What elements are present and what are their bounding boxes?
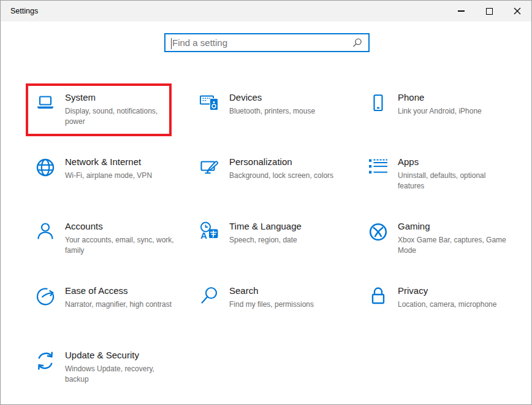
category-desc: Xbox Game Bar, captures, Game Mode bbox=[398, 235, 512, 255]
category-title: Time & Language bbox=[229, 220, 302, 233]
sync-arrows-icon bbox=[34, 350, 56, 372]
phone-icon bbox=[367, 92, 389, 114]
settings-category-search[interactable]: SearchFind my files, permissions bbox=[191, 278, 345, 334]
category-desc: Windows Update, recovery, backup bbox=[65, 364, 179, 384]
category-desc: Speech, region, date bbox=[229, 235, 302, 245]
category-desc: Background, lock screen, colors bbox=[229, 171, 333, 181]
xbox-icon bbox=[367, 221, 389, 243]
category-desc: Uninstall, defaults, optional features bbox=[398, 171, 512, 191]
category-title: Accounts bbox=[65, 220, 179, 233]
settings-category-phone[interactable]: PhoneLink your Android, iPhone bbox=[359, 85, 514, 141]
globe-icon bbox=[34, 156, 56, 179]
category-title: Search bbox=[229, 285, 314, 297]
svg-text:A: A bbox=[200, 230, 207, 241]
category-text: PersonalizationBackground, lock screen, … bbox=[229, 156, 333, 181]
category-desc: Wi-Fi, airplane mode, VPN bbox=[65, 171, 152, 181]
category-text: GamingXbox Game Bar, captures, Game Mode bbox=[398, 220, 512, 255]
category-desc: Your accounts, email, sync, work, family bbox=[65, 235, 179, 255]
padlock-icon bbox=[367, 285, 389, 307]
settings-category-apps[interactable]: AppsUninstall, defaults, optional featur… bbox=[359, 149, 514, 206]
settings-grid: SystemDisplay, sound, notifications, pow… bbox=[1, 1, 531, 404]
settings-category-privacy[interactable]: PrivacyLocation, camera, microphone bbox=[359, 278, 514, 334]
category-text: PrivacyLocation, camera, microphone bbox=[398, 285, 496, 310]
category-desc: Location, camera, microphone bbox=[398, 299, 496, 310]
settings-category-update-security[interactable]: Update & SecurityWindows Update, recover… bbox=[26, 342, 181, 399]
ease-of-access-icon bbox=[34, 285, 56, 307]
category-title: System bbox=[65, 91, 179, 104]
category-desc: Narrator, magnifier, high contrast bbox=[65, 299, 172, 310]
laptop-icon bbox=[34, 92, 56, 114]
category-text: SystemDisplay, sound, notifications, pow… bbox=[65, 91, 179, 126]
category-title: Devices bbox=[229, 91, 315, 104]
settings-category-personalization[interactable]: PersonalizationBackground, lock screen, … bbox=[191, 149, 345, 206]
settings-category-devices[interactable]: DevicesBluetooth, printers, mouse bbox=[191, 85, 345, 141]
category-title: Network & Internet bbox=[65, 156, 152, 168]
settings-category-network-internet[interactable]: Network & InternetWi-Fi, airplane mode, … bbox=[26, 149, 181, 206]
category-desc: Bluetooth, printers, mouse bbox=[229, 106, 315, 117]
category-title: Personalization bbox=[229, 156, 333, 168]
category-title: Phone bbox=[398, 91, 482, 104]
category-desc: Display, sound, notifications, power bbox=[65, 106, 179, 126]
settings-category-system[interactable]: SystemDisplay, sound, notifications, pow… bbox=[26, 85, 181, 141]
time-language-icon: A bbox=[199, 221, 221, 243]
settings-window: Settings SystemDisplay, sound, notificat… bbox=[0, 0, 532, 405]
apps-list-icon bbox=[367, 156, 389, 179]
category-text: AccountsYour accounts, email, sync, work… bbox=[65, 220, 179, 255]
settings-category-ease-of-access[interactable]: Ease of AccessNarrator, magnifier, high … bbox=[26, 278, 181, 334]
category-title: Apps bbox=[398, 156, 512, 168]
category-desc: Find my files, permissions bbox=[229, 299, 314, 310]
category-title: Ease of Access bbox=[65, 285, 172, 297]
category-text: Ease of AccessNarrator, magnifier, high … bbox=[65, 285, 172, 310]
category-title: Gaming bbox=[398, 220, 512, 233]
category-title: Update & Security bbox=[65, 349, 179, 361]
category-text: Time & LanguageSpeech, region, date bbox=[229, 220, 302, 245]
settings-category-time-language[interactable]: ATime & LanguageSpeech, region, date bbox=[191, 214, 345, 270]
category-desc: Link your Android, iPhone bbox=[398, 106, 482, 117]
settings-category-accounts[interactable]: AccountsYour accounts, email, sync, work… bbox=[26, 214, 181, 270]
category-text: AppsUninstall, defaults, optional featur… bbox=[398, 156, 512, 191]
category-text: DevicesBluetooth, printers, mouse bbox=[229, 91, 315, 117]
personalization-icon bbox=[199, 156, 221, 179]
category-text: Network & InternetWi-Fi, airplane mode, … bbox=[65, 156, 152, 181]
magnifier-icon bbox=[199, 285, 221, 307]
settings-category-gaming[interactable]: GamingXbox Game Bar, captures, Game Mode bbox=[359, 214, 514, 270]
devices-icon bbox=[199, 92, 221, 114]
category-text: PhoneLink your Android, iPhone bbox=[398, 91, 482, 117]
category-title: Privacy bbox=[398, 285, 496, 297]
person-icon bbox=[34, 221, 56, 243]
category-text: Update & SecurityWindows Update, recover… bbox=[65, 349, 179, 384]
category-text: SearchFind my files, permissions bbox=[229, 285, 314, 310]
